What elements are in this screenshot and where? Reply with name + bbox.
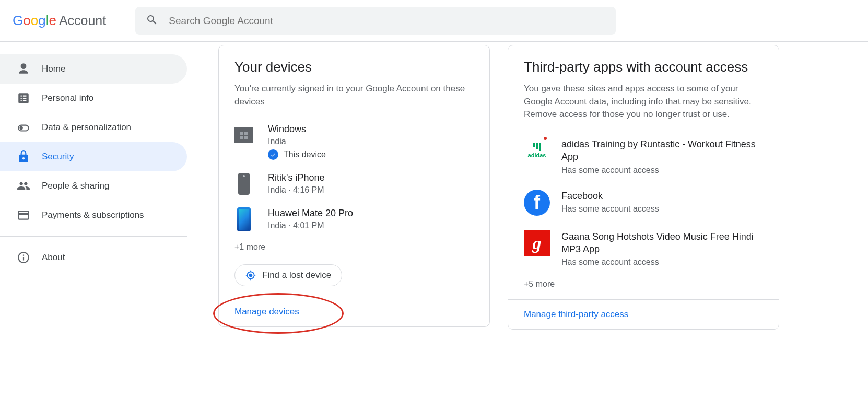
sidebar-item-label: Data & personalization	[42, 122, 131, 133]
sidebar-item-security[interactable]: Security	[0, 142, 187, 171]
data-icon	[17, 121, 30, 134]
device-row[interactable]: Huawei Mate 20 Pro India · 4:01 PM	[234, 202, 474, 237]
sidebar-divider	[0, 236, 187, 237]
payments-icon	[17, 208, 30, 222]
device-name: Ritik's iPhone	[268, 172, 474, 183]
main: Your devices You're currently signed in …	[187, 42, 868, 350]
devices-card-title: Your devices	[234, 59, 474, 75]
app-row[interactable]: f Facebook Has some account access	[524, 182, 763, 223]
sidebar-item-payments[interactable]: Payments & subscriptions	[0, 201, 187, 230]
app-sub: Has some account access	[561, 204, 763, 214]
sidebar-item-about[interactable]: About	[0, 243, 187, 272]
sidebar-item-label: About	[42, 252, 65, 263]
sidebar-item-personal-info[interactable]: Personal info	[0, 84, 187, 113]
sidebar-item-label: Personal info	[42, 93, 93, 103]
device-sub: India · 4:01 PM	[268, 221, 474, 230]
devices-card-footer: Manage devices	[219, 297, 489, 326]
sidebar-item-label: Payments & subscriptions	[42, 210, 144, 220]
apps-card-footer: Manage third-party access	[508, 299, 779, 329]
device-name: Windows	[268, 124, 474, 135]
search-container[interactable]	[135, 7, 616, 35]
devices-card-description: You're currently signed in to your Googl…	[234, 83, 474, 108]
app-row[interactable]: adidas adidas Training by Runtastic - Wo…	[524, 131, 763, 182]
find-lost-label: Find a lost device	[262, 270, 331, 281]
app-row[interactable]: g Gaana Song Hotshots Video Music Free H…	[524, 223, 763, 275]
windows-device-icon	[234, 124, 253, 147]
apps-card-description: You gave these sites and apps access to …	[524, 83, 763, 121]
adidas-app-icon: adidas	[524, 138, 550, 164]
app-sub: Has some account access	[561, 258, 763, 267]
device-sub: India · 4:16 PM	[268, 185, 474, 195]
target-icon	[245, 270, 256, 281]
personal-info-icon	[17, 91, 30, 105]
devices-card: Your devices You're currently signed in …	[218, 45, 490, 327]
devices-more[interactable]: +1 more	[234, 242, 474, 252]
third-party-apps-card: Third-party apps with account access You…	[508, 45, 779, 330]
info-icon	[17, 251, 30, 264]
iphone-device-icon	[234, 172, 253, 195]
people-icon	[17, 179, 30, 193]
logo-account-text: Account	[59, 13, 106, 28]
search-input[interactable]	[169, 15, 605, 27]
app-name: Gaana Song Hotshots Video Music Free Hin…	[561, 230, 763, 256]
topbar: Google Account	[0, 0, 868, 42]
content: Home Personal info Data & personalizatio…	[0, 42, 868, 350]
device-row[interactable]: Ritik's iPhone India · 4:16 PM	[234, 166, 474, 202]
sidebar-item-home[interactable]: Home	[0, 54, 187, 84]
sidebar-item-label: Security	[42, 151, 74, 162]
google-account-logo[interactable]: Google Account	[13, 13, 106, 29]
device-row[interactable]: Windows India This device	[234, 118, 474, 166]
apps-card-title: Third-party apps with account access	[524, 59, 763, 75]
sidebar: Home Personal info Data & personalizatio…	[0, 42, 187, 350]
apps-more[interactable]: +5 more	[524, 279, 763, 289]
app-name: adidas Training by Runtastic - Workout F…	[561, 138, 763, 163]
manage-third-party-link[interactable]: Manage third-party access	[524, 309, 628, 319]
lock-icon	[17, 150, 30, 163]
sidebar-item-label: Home	[42, 64, 65, 74]
home-icon	[17, 62, 30, 76]
sidebar-item-people-sharing[interactable]: People & sharing	[0, 171, 187, 201]
android-device-icon	[234, 208, 253, 231]
this-device-label: This device	[284, 150, 326, 159]
sidebar-item-label: People & sharing	[42, 181, 109, 191]
app-sub: Has some account access	[561, 166, 763, 175]
device-sub: India	[268, 137, 474, 146]
sidebar-item-data-personalization[interactable]: Data & personalization	[0, 113, 187, 142]
check-icon	[268, 149, 278, 160]
app-name: Facebook	[561, 190, 763, 202]
facebook-app-icon: f	[524, 190, 550, 216]
svg-point-1	[19, 126, 23, 130]
search-icon	[146, 14, 158, 28]
device-name: Huawei Mate 20 Pro	[268, 208, 474, 219]
manage-devices-link[interactable]: Manage devices	[234, 307, 299, 317]
find-lost-device-button[interactable]: Find a lost device	[234, 264, 342, 286]
gaana-app-icon: g	[524, 230, 550, 256]
